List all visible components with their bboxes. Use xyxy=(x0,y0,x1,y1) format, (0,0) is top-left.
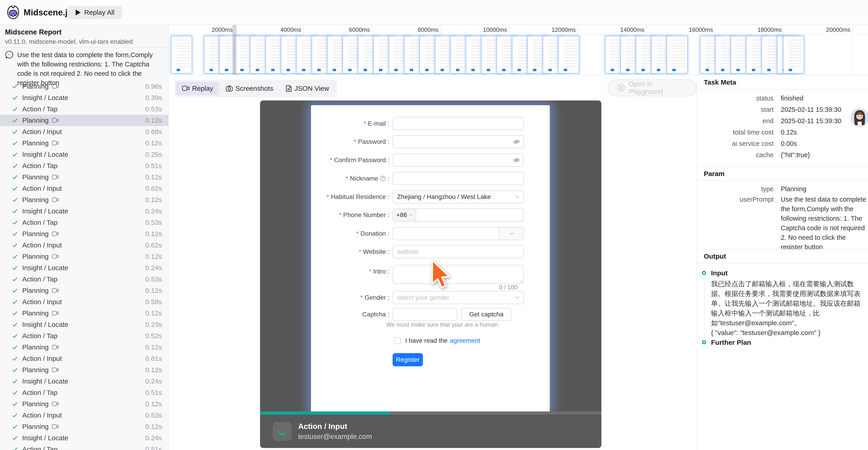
tab-screenshots[interactable]: Screenshots xyxy=(220,82,279,95)
step-item[interactable]: Planning0.12s xyxy=(0,342,169,353)
step-item[interactable]: Planning0.12s xyxy=(0,285,169,296)
email-input[interactable] xyxy=(393,117,524,130)
eye-invisible-icon[interactable] xyxy=(513,139,520,144)
step-item[interactable]: Action / Tap0.51s xyxy=(0,387,169,398)
donation-input-group[interactable] xyxy=(393,227,524,240)
thumbnail-button-mark xyxy=(225,69,228,71)
step-item[interactable]: Action / Input0.68s xyxy=(0,126,169,137)
gender-select[interactable]: select your gender xyxy=(393,291,524,304)
step-item[interactable]: Action / Input0.61s xyxy=(0,353,169,364)
step-item[interactable]: Insight / Locate0.23s xyxy=(0,319,169,330)
question-circle-icon[interactable] xyxy=(380,175,386,181)
residence-label-text: Habitual Residence : xyxy=(331,193,390,200)
step-duration: 0.62s xyxy=(146,241,162,249)
timeline[interactable]: 2000ms4000ms6000ms8000ms10000ms12000ms14… xyxy=(169,25,868,75)
register-button[interactable]: Register xyxy=(393,353,423,366)
step-item[interactable]: Action / Input0.62s xyxy=(0,183,169,194)
email-input-field[interactable] xyxy=(393,117,524,130)
step-item[interactable]: Planning0.12s xyxy=(0,308,169,319)
step-item[interactable]: Insight / Locate0.24s xyxy=(0,262,169,274)
replay-progress-bar[interactable] xyxy=(260,412,601,415)
video-camera-icon xyxy=(52,231,59,236)
step-label: Planning xyxy=(22,423,49,430)
tab-replay[interactable]: Replay xyxy=(176,82,219,95)
step-item[interactable]: Planning0.12s xyxy=(0,251,169,262)
donation-unit-select[interactable] xyxy=(499,227,524,240)
donation-input-field[interactable] xyxy=(393,227,499,240)
step-item[interactable]: Planning0.12s xyxy=(0,115,169,126)
tab-json-view[interactable]: JSON View xyxy=(280,82,335,95)
donation-label-text: Donation : xyxy=(361,230,390,237)
get-captcha-button[interactable]: Get captcha xyxy=(461,308,511,321)
phone-prefix-select[interactable]: +86 xyxy=(393,209,416,221)
password-input-field[interactable] xyxy=(393,136,513,148)
timeline-tick-label: 16000ms xyxy=(689,25,715,34)
intro-textarea[interactable] xyxy=(393,265,524,284)
step-item[interactable]: Action / Input0.53s xyxy=(0,410,169,421)
step-item[interactable]: Planning0.12s xyxy=(0,421,169,432)
step-item[interactable]: Action / Tap0.53s xyxy=(0,104,169,115)
step-item[interactable]: Insight / Locate0.24s xyxy=(0,432,169,444)
eye-invisible-icon[interactable] xyxy=(513,158,520,163)
timeline-thumbnail[interactable] xyxy=(666,36,688,74)
phone-input-group[interactable]: +86 xyxy=(393,208,524,222)
step-item[interactable]: Planning0.12s xyxy=(0,194,169,205)
thumbnail-sketch xyxy=(789,40,802,68)
check-icon xyxy=(12,253,18,260)
step-item[interactable]: Action / Tap0.53s xyxy=(0,217,169,228)
assistant-avatar[interactable] xyxy=(851,108,868,126)
step-duration: 0.96s xyxy=(146,83,162,90)
timeline-thumbnail[interactable] xyxy=(171,36,192,74)
step-label: Action / Tap xyxy=(22,162,58,170)
step-item[interactable]: Action / Tap0.52s xyxy=(0,330,169,342)
step-duration: 0.51s xyxy=(146,389,162,396)
step-item[interactable]: Planning0.12s xyxy=(0,398,169,410)
step-item[interactable]: Insight / Locate0.25s xyxy=(0,149,169,160)
report-subtitle: v0.11.0, midscene-model, vlm-ui-tars ena… xyxy=(5,38,133,45)
check-icon xyxy=(12,389,18,396)
phone-input-field[interactable] xyxy=(416,209,524,221)
step-item[interactable]: Insight / Locate0.39s xyxy=(0,92,169,104)
current-time-indicator[interactable] xyxy=(232,25,237,75)
kv-row: ai service cost0.00s xyxy=(697,138,868,149)
step-item[interactable]: Insight / Locate0.24s xyxy=(0,375,169,387)
resize-handle[interactable] xyxy=(519,279,523,283)
step-item[interactable]: Planning0.12s xyxy=(0,137,169,149)
password-input[interactable] xyxy=(393,135,524,148)
check-icon xyxy=(12,185,18,192)
nickname-input[interactable] xyxy=(393,172,524,185)
step-label: Action / Input xyxy=(22,128,62,136)
step-item[interactable]: Action / Input0.62s xyxy=(0,240,169,251)
agreement-checkbox[interactable] xyxy=(394,337,401,344)
step-item[interactable]: Planning0.96s xyxy=(0,81,169,92)
step-item[interactable]: Action / Tap0.51s xyxy=(0,444,169,450)
step-item[interactable]: Insight / Locate0.24s xyxy=(0,205,169,217)
nickname-input-field[interactable] xyxy=(393,172,524,185)
website-input[interactable] xyxy=(393,245,524,258)
form-row-intro: *Intro : xyxy=(317,265,541,284)
captcha-input-field[interactable] xyxy=(393,308,457,320)
step-item[interactable]: Planning0.12s xyxy=(0,364,169,375)
kv-row: cache{"hit":true} xyxy=(697,149,868,161)
status-title: Action / Input xyxy=(298,422,372,431)
step-duration: 0.53s xyxy=(146,105,162,113)
thumbnail-sketch xyxy=(672,40,685,68)
timeline-tick-label: 2000ms xyxy=(212,25,235,34)
residence-select[interactable]: Zhejiang / Hangzhou / West Lake xyxy=(393,190,524,203)
timeline-thumbnail[interactable] xyxy=(558,36,579,74)
replay-all-button[interactable]: Replay All xyxy=(68,6,122,19)
timeline-thumbnail[interactable] xyxy=(783,36,804,74)
step-duration: 0.61s xyxy=(146,355,162,362)
step-item[interactable]: Planning0.12s xyxy=(0,228,169,240)
step-item[interactable]: Planning0.12s xyxy=(0,171,169,183)
agreement-link[interactable]: agreement xyxy=(450,337,480,344)
website-input-field[interactable] xyxy=(393,246,524,258)
open-in-playground-button[interactable]: Open in Playground xyxy=(608,79,696,96)
captcha-input[interactable] xyxy=(393,308,457,321)
confirm-password-input[interactable] xyxy=(393,153,524,167)
step-item[interactable]: Action / Input0.58s xyxy=(0,296,169,308)
step-item[interactable]: Action / Tap0.53s xyxy=(0,274,169,285)
confirm-password-input-field[interactable] xyxy=(393,154,513,166)
thumbnail-button-mark xyxy=(721,69,724,71)
step-item[interactable]: Action / Tap0.51s xyxy=(0,160,169,171)
